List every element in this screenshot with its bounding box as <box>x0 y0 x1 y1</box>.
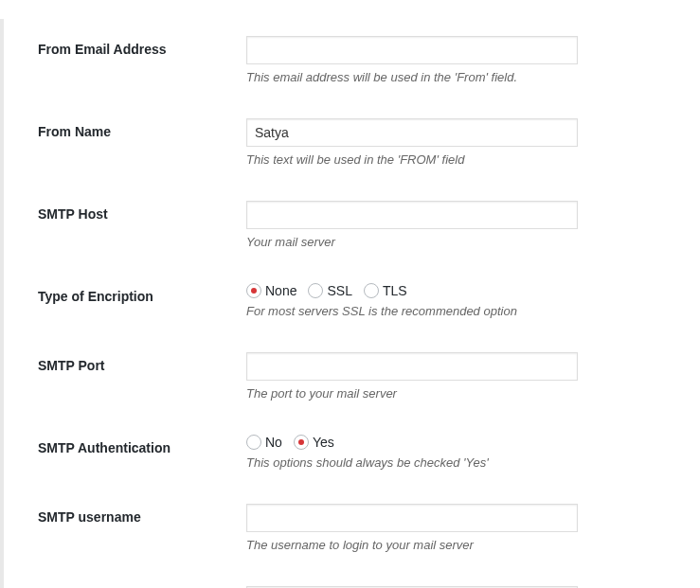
row-smtp-password: SMTP Password The password to login to y… <box>9 569 700 588</box>
smtp-port-input[interactable] <box>246 352 578 381</box>
field-smtp-auth: No Yes This options should always be che… <box>246 435 700 470</box>
encryption-radio-ssl[interactable]: SSL <box>308 283 351 298</box>
label-encryption: Type of Encription <box>38 283 246 304</box>
settings-form-inner: From Email Address This email address wi… <box>9 19 700 588</box>
label-from-email: From Email Address <box>38 36 246 57</box>
encryption-radio-none[interactable]: None <box>246 283 296 298</box>
auth-radio-no[interactable]: No <box>246 435 282 450</box>
smtp-username-input[interactable] <box>246 504 578 532</box>
encryption-radio-tls[interactable]: TLS <box>364 283 407 298</box>
row-from-name: From Name This text will be used in the … <box>9 101 700 184</box>
row-from-email: From Email Address This email address wi… <box>9 19 700 101</box>
field-smtp-host: Your mail server <box>246 201 700 249</box>
field-from-email: This email address will be used in the '… <box>246 36 700 84</box>
field-smtp-username: The username to login to your mail serve… <box>246 504 700 552</box>
from-email-description: This email address will be used in the '… <box>246 70 700 84</box>
row-encryption: Type of Encription None SSL TLS <box>9 266 700 335</box>
radio-label-yes: Yes <box>313 435 334 450</box>
radio-label-tls: TLS <box>383 283 407 298</box>
encryption-radio-group: None SSL TLS <box>246 283 700 298</box>
row-smtp-username: SMTP username The username to login to y… <box>9 487 700 569</box>
radio-label-none: None <box>265 283 296 298</box>
smtp-username-description: The username to login to your mail serve… <box>246 538 700 552</box>
field-smtp-port: The port to your mail server <box>246 352 700 401</box>
label-from-name: From Name <box>38 118 246 139</box>
radio-label-no: No <box>265 435 282 450</box>
label-smtp-host: SMTP Host <box>38 201 246 222</box>
radio-icon <box>294 435 309 450</box>
label-smtp-port: SMTP Port <box>38 352 246 373</box>
radio-icon <box>308 283 323 298</box>
auth-radio-group: No Yes <box>246 435 700 450</box>
row-smtp-port: SMTP Port The port to your mail server <box>9 335 700 418</box>
smtp-port-description: The port to your mail server <box>246 386 700 401</box>
auth-radio-yes[interactable]: Yes <box>294 435 334 450</box>
row-smtp-host: SMTP Host Your mail server <box>9 184 700 266</box>
smtp-host-description: Your mail server <box>246 235 700 249</box>
from-email-input[interactable] <box>246 36 578 64</box>
encryption-description: For most servers SSL is the recommended … <box>246 304 700 318</box>
field-encryption: None SSL TLS For most servers SSL is the… <box>246 283 700 318</box>
label-smtp-username: SMTP username <box>38 504 246 525</box>
from-name-input[interactable] <box>246 118 578 147</box>
settings-form-wrap: From Email Address This email address wi… <box>0 19 700 588</box>
field-from-name: This text will be used in the 'FROM' fie… <box>246 118 700 167</box>
radio-icon <box>364 283 379 298</box>
radio-icon <box>246 435 261 450</box>
row-smtp-auth: SMTP Authentication No Yes This options … <box>9 418 700 487</box>
radio-label-ssl: SSL <box>327 283 351 298</box>
smtp-auth-description: This options should always be checked 'Y… <box>246 455 700 470</box>
label-smtp-auth: SMTP Authentication <box>38 435 246 455</box>
radio-icon <box>246 283 261 298</box>
from-name-description: This text will be used in the 'FROM' fie… <box>246 152 700 167</box>
smtp-host-input[interactable] <box>246 201 578 229</box>
